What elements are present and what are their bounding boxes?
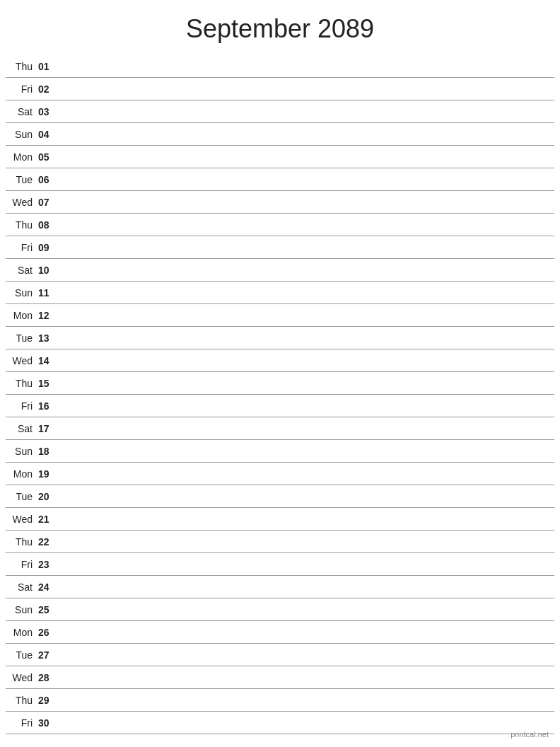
day-name: Wed (6, 514, 35, 525)
day-line (57, 553, 554, 575)
day-name: Sun (6, 446, 35, 457)
day-number: 18 (35, 446, 57, 457)
day-line (57, 372, 554, 394)
day-name: Thu (6, 378, 35, 389)
day-line (57, 78, 554, 100)
calendar-row: Tue13 (6, 327, 554, 349)
day-name: Sat (6, 265, 35, 276)
day-line (57, 304, 554, 326)
day-line (57, 485, 554, 507)
day-name: Tue (6, 332, 35, 344)
calendar-row: Wed28 (6, 666, 554, 689)
day-number: 14 (35, 355, 57, 366)
day-name: Fri (6, 559, 35, 570)
day-name: Mon (6, 151, 35, 163)
day-number: 12 (35, 310, 57, 321)
day-number: 23 (35, 559, 57, 570)
calendar-grid: Thu01Fri02Sat03Sun04Mon05Tue06Wed07Thu08… (0, 55, 560, 734)
calendar-row: Tue27 (6, 644, 554, 666)
day-number: 03 (35, 106, 57, 117)
day-name: Wed (6, 672, 35, 683)
day-number: 09 (35, 242, 57, 253)
day-number: 17 (35, 423, 57, 434)
day-name: Sat (6, 106, 35, 117)
day-name: Sun (6, 604, 35, 615)
day-number: 27 (35, 649, 57, 661)
day-name: Tue (6, 491, 35, 502)
calendar-row: Sat10 (6, 259, 554, 282)
day-line (57, 689, 554, 711)
day-number: 11 (35, 287, 57, 299)
day-name: Wed (6, 197, 35, 208)
day-number: 01 (35, 61, 57, 72)
day-line (57, 100, 554, 122)
day-name: Wed (6, 355, 35, 366)
calendar-row: Fri02 (6, 78, 554, 100)
day-number: 04 (35, 129, 57, 140)
day-line (57, 417, 554, 439)
day-number: 02 (35, 83, 57, 95)
day-number: 24 (35, 581, 57, 593)
day-line (57, 463, 554, 485)
day-number: 22 (35, 536, 57, 548)
day-line (57, 123, 554, 145)
day-line (57, 327, 554, 349)
calendar-row: Sat24 (6, 576, 554, 598)
calendar-row: Thu01 (6, 55, 554, 78)
day-line (57, 666, 554, 688)
day-number: 26 (35, 627, 57, 638)
day-line (57, 712, 554, 734)
calendar-row: Mon12 (6, 304, 554, 327)
day-number: 05 (35, 151, 57, 163)
calendar-row: Tue06 (6, 168, 554, 191)
day-line (57, 236, 554, 258)
calendar-row: Fri23 (6, 553, 554, 576)
calendar-row: Sat17 (6, 417, 554, 440)
day-number: 08 (35, 219, 57, 231)
day-name: Sun (6, 129, 35, 140)
day-name: Thu (6, 219, 35, 231)
day-line (57, 259, 554, 281)
day-number: 13 (35, 332, 57, 344)
day-name: Tue (6, 649, 35, 661)
day-name: Tue (6, 174, 35, 185)
day-name: Fri (6, 83, 35, 95)
day-number: 29 (35, 695, 57, 706)
calendar-row: Mon26 (6, 621, 554, 644)
calendar-row: Sun04 (6, 123, 554, 146)
calendar-row: Thu29 (6, 689, 554, 712)
calendar-row: Mon05 (6, 146, 554, 168)
day-name: Fri (6, 717, 35, 729)
day-line (57, 191, 554, 213)
day-name: Sun (6, 287, 35, 299)
day-number: 20 (35, 491, 57, 502)
day-number: 30 (35, 717, 57, 729)
day-line (57, 440, 554, 462)
day-number: 06 (35, 174, 57, 185)
calendar-row: Mon19 (6, 463, 554, 485)
day-line (57, 395, 554, 417)
day-line (57, 55, 554, 77)
day-name: Thu (6, 536, 35, 548)
day-name: Fri (6, 242, 35, 253)
calendar-row: Fri16 (6, 395, 554, 417)
day-name: Sat (6, 423, 35, 434)
calendar-row: Wed14 (6, 349, 554, 372)
day-line (57, 644, 554, 666)
calendar-row: Sun25 (6, 598, 554, 621)
calendar-row: Tue20 (6, 485, 554, 508)
calendar-row: Thu22 (6, 531, 554, 553)
day-name: Fri (6, 400, 35, 412)
day-name: Thu (6, 695, 35, 706)
calendar-row: Fri30 (6, 712, 554, 734)
calendar-row: Wed07 (6, 191, 554, 214)
day-name: Sat (6, 581, 35, 593)
day-line (57, 576, 554, 598)
day-number: 15 (35, 378, 57, 389)
day-line (57, 146, 554, 168)
day-number: 16 (35, 400, 57, 412)
day-number: 21 (35, 514, 57, 525)
day-line (57, 214, 554, 236)
day-line (57, 282, 554, 303)
calendar-row: Sun11 (6, 282, 554, 304)
